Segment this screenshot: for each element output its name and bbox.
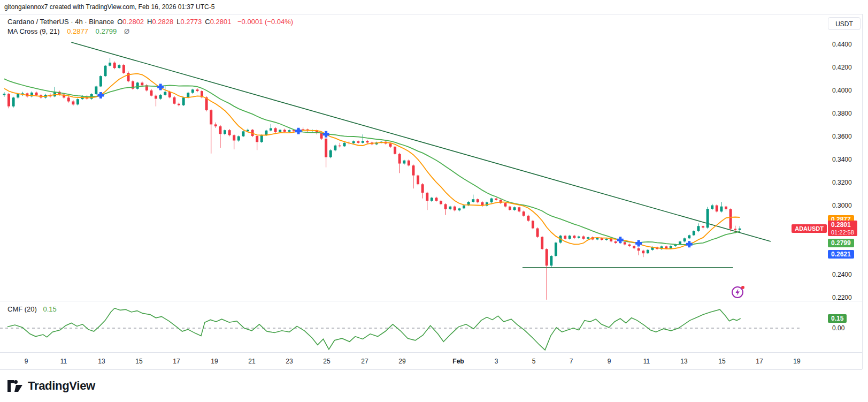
- price-tick-label: 0.4400: [832, 41, 852, 48]
- ma-fast-line[interactable]: [4, 74, 740, 249]
- cmf-line[interactable]: [7, 308, 741, 350]
- currency-toggle-button[interactable]: USDT: [828, 17, 861, 30]
- price-tick-label: 0.2200: [832, 294, 852, 301]
- ohlc-key: C: [205, 18, 210, 26]
- time-tick-label: Feb: [452, 358, 464, 365]
- flash-icon-button[interactable]: [731, 284, 746, 299]
- ohlc-key: O: [117, 18, 122, 26]
- ohlc-value: 0.2828: [152, 18, 173, 26]
- last-price-badge: 0.280101:22:58: [828, 221, 857, 236]
- price-tick-label: 0.3200: [832, 179, 852, 186]
- price-change: −0.0001 (−0.04%): [237, 18, 293, 26]
- chart-canvas[interactable]: [0, 0, 868, 402]
- cmf-zero-label: 0.00: [832, 324, 844, 332]
- time-tick-label: 17: [756, 358, 763, 365]
- ma-slow-line[interactable]: [4, 79, 740, 245]
- time-tick-label: 17: [173, 358, 180, 365]
- time-tick-label: 5: [532, 358, 536, 365]
- ma-cross-marker: [617, 237, 624, 243]
- ma-cross-marker: [635, 240, 642, 246]
- ma-cross-marker: [323, 131, 329, 138]
- ma-cross-marker: [295, 128, 302, 134]
- cmf-legend[interactable]: CMF (20) 0.15: [7, 305, 57, 313]
- ohlc-value: 0.2773: [180, 18, 202, 26]
- time-tick-label: 19: [793, 358, 800, 365]
- ma-cross-marker: [686, 241, 693, 247]
- price-tick-label: 0.3400: [832, 156, 852, 163]
- ma-cross-title[interactable]: MA Cross (9, 21): [7, 27, 60, 35]
- time-tick-label: 23: [286, 358, 293, 365]
- time-tick-label: 15: [718, 358, 725, 365]
- price-tick-label: 0.4000: [832, 87, 852, 94]
- cmf-value-badge: 0.15: [828, 314, 847, 323]
- time-tick-label: 13: [680, 358, 687, 365]
- time-tick-label: 19: [211, 358, 218, 365]
- ohlc-values: O0.2802H0.2828L0.2773C0.2801: [114, 18, 231, 26]
- time-tick-label: 3: [495, 358, 498, 365]
- time-tick-label: 7: [570, 358, 573, 365]
- ma-cross-empty-value: Ø: [124, 27, 129, 35]
- cmf-value: 0.15: [43, 305, 57, 313]
- ma-cross-legend[interactable]: MA Cross (9, 21) 0.2877 0.2799 Ø: [7, 27, 129, 35]
- symbol-price-chip: ADAUSDT: [792, 224, 827, 233]
- tradingview-logo[interactable]: TradingView: [7, 379, 95, 393]
- ma-slow-value: 0.2799: [96, 27, 117, 35]
- ma-fast-value: 0.2877: [67, 27, 88, 35]
- tradingview-logo-text: TradingView: [28, 379, 95, 393]
- price-tick-label: 0.3000: [832, 202, 852, 209]
- time-tick-label: 11: [60, 358, 67, 365]
- price-tick-label: 0.3800: [832, 110, 852, 117]
- ma-slow-price-badge: 0.2799: [828, 239, 854, 247]
- time-tick-label: 29: [398, 358, 405, 365]
- bar-countdown: 01:22:58: [831, 229, 854, 236]
- time-tick-label: 9: [25, 358, 28, 365]
- time-tick-label: 13: [98, 358, 105, 365]
- ma-cross-price-badge: 0.2621: [828, 250, 854, 259]
- symbol-legend[interactable]: Cardano / TetherUS · 4h · BinanceO0.2802…: [7, 18, 293, 26]
- tradingview-mark-icon: [7, 380, 23, 392]
- time-tick-label: 15: [135, 358, 142, 365]
- tradingview-chart-screenshot: gitongalennox7 created with TradingView.…: [0, 0, 868, 402]
- lightning-icon: [731, 284, 746, 299]
- time-tick-label: 9: [608, 358, 611, 365]
- time-tick-label: 21: [248, 358, 255, 365]
- ohlc-value: 0.2802: [122, 18, 144, 26]
- time-tick-label: 11: [643, 358, 650, 365]
- symbol-title[interactable]: Cardano / TetherUS · 4h · Binance: [7, 18, 114, 26]
- descending-trendline[interactable]: [71, 42, 771, 241]
- cmf-title[interactable]: CMF (20): [7, 305, 37, 313]
- time-tick-label: 25: [323, 358, 330, 365]
- ohlc-value: 0.2801: [210, 18, 232, 26]
- price-tick-label: 0.3600: [832, 133, 852, 140]
- price-tick-label: 0.4200: [832, 64, 852, 71]
- time-tick-label: 27: [361, 358, 368, 365]
- price-tick-label: 0.2400: [832, 271, 852, 278]
